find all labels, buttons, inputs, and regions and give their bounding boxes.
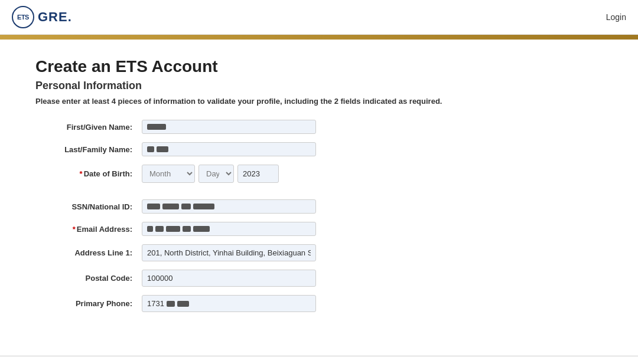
- email-label: *Email Address:: [35, 225, 142, 234]
- dob-required-star: *: [80, 169, 83, 178]
- first-name-redacted: [147, 124, 166, 130]
- last-name-redacted-1: [147, 146, 154, 152]
- phone-field[interactable]: 1731: [142, 295, 316, 312]
- phone-prefix: 1731: [147, 299, 164, 308]
- email-field[interactable]: [142, 222, 316, 236]
- gre-logo: GRE.: [38, 9, 72, 25]
- last-name-field[interactable]: [142, 142, 316, 156]
- phone-row: Primary Phone: 1731: [35, 295, 496, 312]
- gold-bar-decoration: [0, 35, 638, 40]
- address-input[interactable]: [142, 244, 316, 261]
- ssn-field[interactable]: [142, 199, 316, 214]
- dob-month-select[interactable]: Month: [142, 165, 195, 183]
- dob-container: Month Day: [142, 165, 279, 183]
- dob-label: *Date of Birth:: [35, 169, 142, 178]
- dob-row: *Date of Birth: Month Day: [35, 165, 496, 183]
- postal-label: Postal Code:: [35, 274, 142, 283]
- last-name-row: Last/Family Name:: [35, 142, 496, 156]
- address-row: Address Line 1:: [35, 244, 496, 261]
- page-title: Create an ETS Account: [35, 57, 496, 76]
- postal-input[interactable]: [142, 270, 316, 287]
- email-row: *Email Address:: [35, 222, 496, 236]
- header: ETS GRE. Login: [0, 0, 638, 35]
- first-name-row: First/Given Name:: [35, 120, 496, 134]
- email-required-star: *: [73, 225, 76, 234]
- ets-logo-icon: ETS: [12, 6, 34, 28]
- dob-day-select[interactable]: Day: [198, 165, 234, 183]
- section-title: Personal Information: [35, 80, 496, 92]
- first-name-label: First/Given Name:: [35, 123, 142, 132]
- main-content: Create an ETS Account Personal Informati…: [0, 40, 638, 364]
- ssn-label: SSN/National ID:: [35, 202, 142, 211]
- section-divider: [0, 356, 638, 356]
- dob-year-input[interactable]: [237, 165, 279, 183]
- postal-row: Postal Code:: [35, 270, 496, 287]
- first-name-field[interactable]: [142, 120, 316, 134]
- last-name-redacted-2: [157, 146, 168, 152]
- login-link[interactable]: Login: [606, 12, 626, 22]
- last-name-label: Last/Family Name:: [35, 145, 142, 154]
- phone-label: Primary Phone:: [35, 299, 142, 308]
- address-label: Address Line 1:: [35, 248, 142, 257]
- logo-area: ETS GRE.: [12, 6, 72, 28]
- ssn-row: SSN/National ID:: [35, 199, 496, 214]
- instruction-text: Please enter at least 4 pieces of inform…: [35, 97, 496, 106]
